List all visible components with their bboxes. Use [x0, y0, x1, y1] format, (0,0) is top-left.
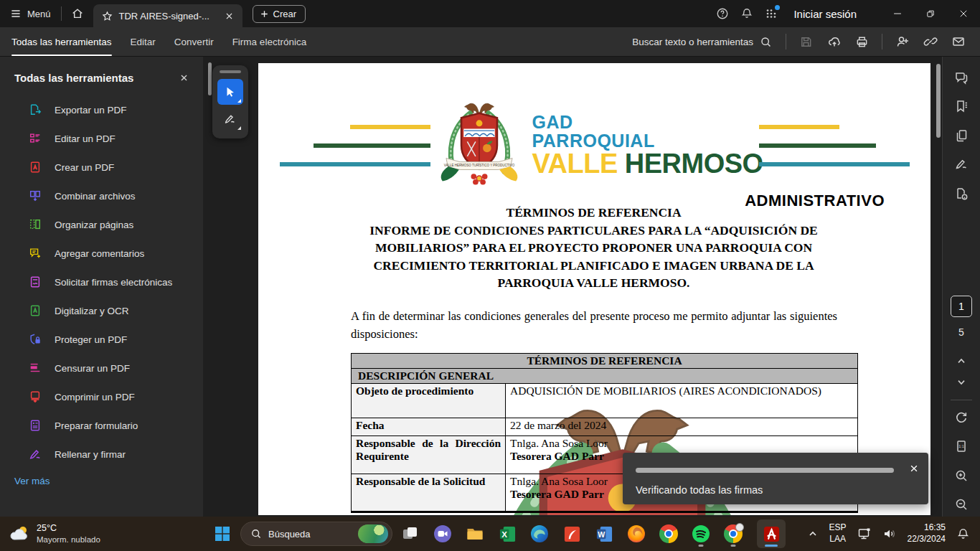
taskbar-chat-app[interactable]: [428, 519, 457, 548]
tool-export-pdf[interactable]: Exportar un PDF: [0, 95, 203, 124]
zoom-in-icon[interactable]: [948, 463, 974, 487]
quick-tools-panel: [212, 65, 248, 138]
star-icon[interactable]: [102, 11, 113, 22]
tool-organize-pages[interactable]: Organizar páginas: [0, 210, 203, 239]
home-button[interactable]: [62, 0, 93, 27]
taskbar-excel[interactable]: X: [493, 519, 522, 548]
panel-scrollbar[interactable]: [208, 62, 212, 95]
taskbar-firefox[interactable]: [622, 519, 651, 548]
previous-page-chevron-icon[interactable]: [956, 355, 967, 367]
prepare-form-icon: [29, 419, 42, 432]
panel-close-icon[interactable]: [179, 73, 189, 83]
see-more-link[interactable]: Ver más: [14, 476, 50, 486]
language-indicator[interactable]: ESP LAA: [829, 522, 847, 545]
tool-prepare-form[interactable]: Preparar formulario: [0, 411, 203, 440]
zoom-out-icon[interactable]: [948, 493, 974, 517]
taskbar-acrobat[interactable]: [757, 519, 786, 548]
close-window-button[interactable]: [947, 0, 980, 27]
sign-tool-button[interactable]: [217, 106, 243, 132]
clock-widget[interactable]: 16:35 22/3/2024: [908, 522, 946, 545]
document-scrollbar[interactable]: [936, 64, 941, 138]
document-tab[interactable]: TDR AIRES-signed-...: [93, 4, 242, 27]
toast-close-icon[interactable]: [909, 463, 919, 474]
add-user-button[interactable]: [889, 29, 915, 54]
page-number-input[interactable]: 1: [951, 296, 972, 317]
volume-icon[interactable]: [882, 527, 897, 541]
next-page-chevron-icon[interactable]: [956, 377, 967, 388]
chrome-icon: [724, 524, 743, 543]
tool-fill-sign[interactable]: Rellenar y firmar: [0, 440, 203, 468]
notifications-bell-button[interactable]: [735, 0, 759, 27]
tool-scan-ocr[interactable]: Digitalizar y OCR: [0, 296, 203, 325]
save-button[interactable]: [793, 29, 819, 54]
decorative-lines-right: [759, 125, 911, 166]
svg-text:X: X: [501, 529, 507, 538]
help-button[interactable]: [710, 0, 735, 27]
svg-text:1:1: 1:1: [958, 444, 964, 448]
gad-logo-text: GAD PARROQUIAL VALLE HERMOSO: [528, 113, 759, 178]
hidden-icons-chevron[interactable]: [807, 528, 819, 540]
tab-convert[interactable]: Convertir: [174, 27, 214, 56]
comments-icon[interactable]: [948, 65, 974, 89]
decorative-lines-left: [278, 125, 430, 166]
tool-protect-pdf[interactable]: Proteger un PDF: [0, 325, 203, 354]
taskbar-search-input[interactable]: Búsqueda: [240, 522, 392, 546]
email-button[interactable]: [945, 29, 971, 54]
cloud-upload-button[interactable]: [821, 29, 847, 54]
bookmarks-icon[interactable]: [948, 94, 974, 118]
page-thumbnails-icon[interactable]: [948, 123, 974, 147]
weather-widget[interactable]: 25°C Mayorm. nublado: [9, 523, 100, 545]
spotify-icon: [692, 524, 710, 543]
taskbar-file-explorer[interactable]: [461, 519, 489, 548]
attachments-info-icon[interactable]: [948, 182, 974, 205]
select-tool-button[interactable]: [217, 79, 243, 105]
tab-esign[interactable]: Firma electrónica: [232, 27, 307, 56]
notification-dot: [775, 5, 780, 10]
tray-date: 22/3/2024: [908, 534, 946, 545]
menu-button[interactable]: Menú: [0, 0, 61, 27]
tool-combine-files[interactable]: Combinar archivos: [0, 182, 203, 210]
taskbar-spotify[interactable]: [687, 519, 715, 548]
request-signatures-icon: [29, 276, 42, 288]
tool-compress-pdf[interactable]: Comprimir un PDF: [0, 382, 203, 411]
logo-parroquial: PARROQUIAL: [532, 132, 759, 151]
taskbar-edge[interactable]: [525, 519, 554, 548]
link-button[interactable]: [917, 29, 943, 54]
taskbar-chrome-profile2[interactable]: [719, 519, 748, 548]
progress-bar: [636, 468, 894, 473]
tab-edit[interactable]: Editar: [131, 27, 156, 56]
drag-handle[interactable]: [220, 70, 241, 73]
tool-edit-pdf[interactable]: Editar un PDF: [0, 124, 203, 153]
signature-pen-icon[interactable]: [948, 152, 974, 176]
notification-bell-icon[interactable]: [956, 527, 970, 541]
tray-time: 16:35: [908, 522, 946, 534]
taskbar-word[interactable]: W: [590, 519, 618, 548]
tool-redact-pdf[interactable]: Censurar un PDF: [0, 354, 203, 382]
apps-grid-button[interactable]: [759, 0, 783, 27]
fit-page-icon[interactable]: 1:1: [948, 435, 974, 458]
all-tools-panel: Todas las herramientas Exportar un PDF E…: [0, 57, 203, 517]
search-icon: [250, 528, 262, 540]
table-row: Fecha 22 de marzo del 2024: [352, 418, 858, 436]
minimize-button[interactable]: [881, 0, 914, 27]
tab-all-tools[interactable]: Todas las herramientas: [11, 27, 112, 56]
taskbar-chrome[interactable]: [654, 519, 683, 548]
print-button[interactable]: [849, 29, 875, 54]
tool-add-comments[interactable]: Agregar comentarios: [0, 239, 203, 268]
create-button[interactable]: Crear: [253, 5, 306, 23]
tool-options-caret: [237, 99, 241, 103]
tool-request-signatures[interactable]: Solicitar firmas electrónicas: [0, 268, 203, 296]
heading-rest: INFORME DE CONDICIONES PARTICULARES PARA…: [354, 222, 833, 292]
restore-button[interactable]: [914, 0, 947, 27]
tab-close-icon[interactable]: [225, 11, 234, 21]
add-comments-icon: [29, 247, 42, 260]
sign-in-button[interactable]: Iniciar sesión: [793, 8, 857, 20]
search-tools-button[interactable]: Buscar texto o herramientas: [625, 36, 779, 48]
start-button[interactable]: [208, 519, 237, 548]
network-display-icon[interactable]: [857, 527, 872, 541]
tool-create-pdf[interactable]: Crear un PDF: [0, 153, 203, 182]
task-view-button[interactable]: [396, 519, 425, 548]
table-row: Objeto de procedimiento ADQUISICIÓN DE M…: [352, 384, 858, 418]
taskbar-pdf-tool[interactable]: [557, 519, 586, 548]
rotate-icon[interactable]: [948, 405, 974, 429]
